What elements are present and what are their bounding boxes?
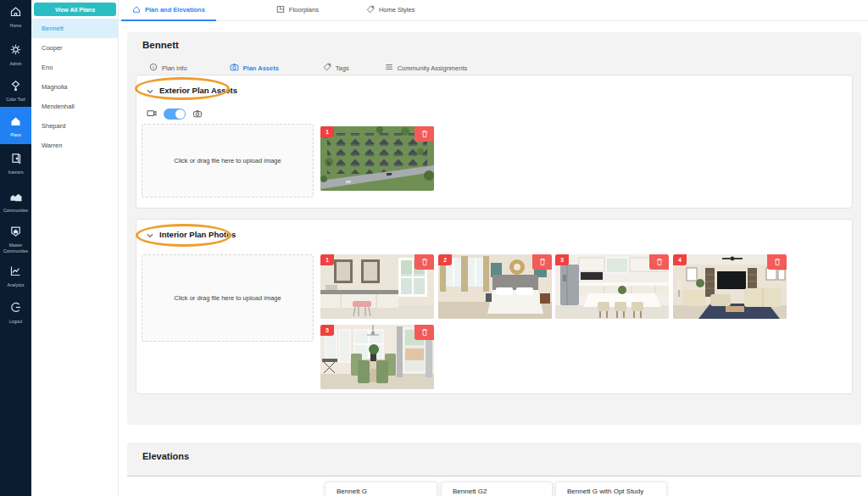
sidebar-item-admin[interactable]: Admin	[0, 33, 31, 71]
nav-label: Communities	[3, 208, 28, 214]
photo-order-badge: 2	[438, 254, 452, 265]
nav-sidebar: Home Admin Color Tool Plans Interiors Co…	[0, 0, 31, 496]
interior-photo-thumbnail-2[interactable]: 2	[438, 254, 552, 319]
delete-photo-button[interactable]	[649, 254, 669, 270]
tab-label: Floorplans	[289, 6, 319, 14]
photo-order-badge: 3	[555, 254, 569, 265]
interiors-icon	[9, 152, 22, 168]
plan-item-mendenhall[interactable]: Mendenhall	[31, 97, 119, 116]
section-title-interior: Interior Plan Photos	[159, 230, 236, 239]
info-icon	[149, 63, 158, 73]
plan-item-cooper[interactable]: Cooper	[31, 38, 119, 58]
floorplan-icon	[276, 5, 285, 15]
interior-photo-thumbnail-5[interactable]: 5	[320, 325, 434, 389]
section-title-exterior: Exterior Plan Assets	[159, 86, 237, 95]
sidebar-item-analytics[interactable]: Analytics	[0, 258, 31, 293]
logout-icon	[9, 301, 22, 317]
photo-order-badge: 1	[320, 254, 334, 265]
tab-label: Community Assignments	[398, 64, 468, 72]
exterior-photo-thumbnail[interactable]: 1	[320, 126, 434, 191]
sidebar-item-interiors[interactable]: Interiors	[0, 144, 31, 180]
plan-item-eno[interactable]: Eno	[31, 58, 119, 77]
tab-label: Plan Assets	[243, 64, 279, 72]
sidebar-item-home[interactable]: Home	[0, 0, 31, 33]
renderings-icon	[147, 106, 157, 121]
home-icon	[132, 5, 141, 15]
exterior-upload-dropzone[interactable]: Click or drag file here to upload image	[142, 124, 314, 198]
elevations-panel: Elevations	[127, 443, 861, 476]
analytics-icon	[9, 265, 22, 281]
tab-label: Tags	[336, 64, 349, 72]
sidebar-item-logout[interactable]: Logout	[0, 293, 31, 329]
elevations-title: Elevations	[142, 451, 189, 461]
plan-list: Bennett Cooper Eno Magnolia Mendenhall S…	[31, 19, 119, 155]
top-tab-bar: Plan and Elevations Floorplans Home Styl…	[119, 0, 868, 21]
nav-label: Color Tool	[6, 97, 25, 103]
trash-icon	[774, 258, 781, 266]
media-type-toggle[interactable]	[164, 109, 186, 120]
nav-label: Logout	[9, 319, 22, 325]
communities-icon	[9, 190, 23, 206]
tab-label: Plan and Elevations	[145, 6, 205, 14]
toggle-knob	[175, 109, 185, 119]
plan-title: Bennett	[142, 40, 179, 50]
elevation-card-bennett-g2[interactable]: Bennett G2	[441, 482, 553, 496]
view-all-plans-button[interactable]: View All Plans	[34, 3, 116, 16]
tag-icon	[323, 63, 331, 73]
chevron-down-icon[interactable]	[147, 226, 153, 242]
plan-item-magnolia[interactable]: Magnolia	[31, 77, 119, 97]
trash-icon	[421, 328, 428, 337]
interior-photo-thumbnail-1[interactable]: 1	[320, 254, 434, 319]
elevation-card-bennett-g-opt-study[interactable]: Bennett G with Opt Study	[555, 482, 667, 496]
tab-floorplans[interactable]: Floorplans	[265, 0, 330, 21]
nav-label: Admin	[9, 61, 21, 67]
tab-plan-and-elevations[interactable]: Plan and Elevations	[121, 0, 216, 21]
sidebar-item-communities[interactable]: Communities	[0, 180, 31, 218]
plan-detail-panel: Bennett Plan Info Plan Assets Tags Commu…	[127, 32, 861, 425]
interior-photo-thumbnail-3[interactable]: 3	[555, 254, 669, 319]
photo-order-badge: 4	[673, 254, 687, 265]
camera-icon	[192, 106, 203, 121]
plan-item-warren[interactable]: Warren	[31, 136, 119, 155]
tab-label: Home Styles	[379, 6, 415, 14]
list-icon	[385, 63, 393, 73]
nav-label: Master Communities	[2, 242, 31, 254]
trash-icon	[656, 258, 663, 266]
tab-home-styles[interactable]: Home Styles	[355, 0, 426, 21]
interior-upload-dropzone[interactable]: Click or drag file here to upload image	[142, 254, 314, 342]
camera-icon	[230, 63, 239, 73]
delete-photo-button[interactable]	[532, 254, 552, 270]
trash-icon	[539, 258, 546, 266]
master-communities-icon	[9, 225, 22, 241]
elevation-card-bennett-g[interactable]: Bennett G	[325, 482, 437, 496]
nav-label: Analytics	[7, 282, 24, 288]
plans-icon	[9, 114, 22, 131]
upload-text: Click or drag file here to upload image	[174, 157, 281, 164]
delete-photo-button[interactable]	[415, 325, 434, 340]
upload-text: Click or drag file here to upload image	[174, 294, 281, 302]
exterior-plan-assets-card: Exterior Plan Assets Click or drag file …	[136, 75, 853, 209]
media-type-toggle-row	[147, 106, 203, 121]
color-tool-icon	[9, 79, 22, 95]
plan-item-bennett[interactable]: Bennett	[31, 19, 119, 38]
photo-order-badge: 1	[320, 126, 334, 137]
home-icon	[9, 5, 22, 21]
gear-icon	[9, 43, 22, 59]
sidebar-item-plans[interactable]: Plans	[0, 107, 31, 145]
sidebar-item-master-communities[interactable]: Master Communities	[0, 217, 31, 258]
nav-label: Plans	[10, 132, 21, 138]
delete-photo-button[interactable]	[415, 254, 434, 270]
sidebar-item-color-tool[interactable]: Color Tool	[0, 70, 31, 107]
delete-photo-button[interactable]	[767, 254, 787, 270]
plan-item-shepard[interactable]: Shepard	[31, 116, 119, 136]
delete-photo-button[interactable]	[415, 126, 434, 142]
tag-icon	[366, 5, 375, 15]
interior-photo-thumbnail-4[interactable]: 4	[673, 254, 787, 319]
chevron-down-icon[interactable]	[147, 82, 153, 98]
trash-icon	[421, 130, 428, 138]
plans-sidebar: View All Plans Bennett Cooper Eno Magnol…	[31, 0, 119, 496]
trash-icon	[421, 258, 428, 266]
interior-plan-photos-card: Interior Plan Photos Click or drag file …	[136, 219, 853, 394]
photo-order-badge: 5	[320, 325, 334, 336]
nav-label: Interiors	[8, 170, 23, 176]
